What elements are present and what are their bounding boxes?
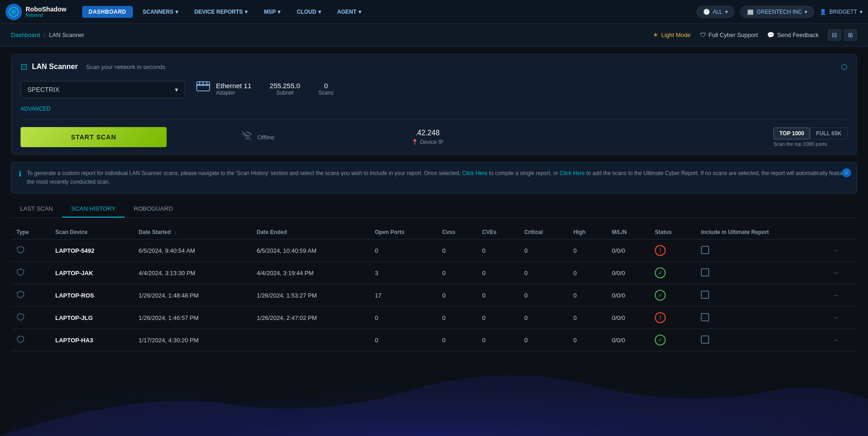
status-error-icon: ! xyxy=(655,312,666,323)
col-date-ended: Date Ended xyxy=(251,225,369,239)
cell-status: ✓ xyxy=(649,262,695,284)
nav-scanners[interactable]: SCANNERS ▾ xyxy=(137,6,184,18)
cell-include[interactable] xyxy=(695,239,826,262)
shield-icon xyxy=(16,247,25,255)
select-chevron-icon: ▾ xyxy=(175,86,178,93)
cell-critical: 0 xyxy=(519,284,568,307)
device-select[interactable]: SPECTRIX ▾ xyxy=(21,81,185,98)
chevron-down-icon: ▾ xyxy=(860,9,863,15)
port-top1000-button[interactable]: TOP 1000 xyxy=(773,128,810,139)
logo-icon xyxy=(5,4,22,20)
cell-critical: 0 xyxy=(519,307,568,329)
info-icon: ℹ xyxy=(19,170,21,178)
chevron-down-icon: ▾ xyxy=(358,9,361,15)
nav-msp[interactable]: MSP ▾ xyxy=(258,6,287,18)
include-checkbox[interactable] xyxy=(701,291,709,299)
chevron-down-icon: ▾ xyxy=(318,9,321,15)
scan-table: Type Scan Device Date Started ↓ Date End… xyxy=(11,225,857,351)
tab-scan-history[interactable]: SCAN HISTORY xyxy=(62,201,125,218)
col-date-started[interactable]: Date Started ↓ xyxy=(133,225,252,239)
include-checkbox[interactable] xyxy=(701,246,709,254)
col-include: Include in Ultimate Report xyxy=(695,225,826,239)
device-ip-value: .42.248 xyxy=(348,129,507,137)
scans-value: 0 xyxy=(318,82,333,90)
status-error-icon: ! xyxy=(655,245,666,256)
cyber-support-link[interactable]: 🛡 Full Cyber Support xyxy=(700,32,758,38)
logo-area: RoboShadow Rebrend xyxy=(5,4,79,20)
send-feedback-link[interactable]: 💬 Send Feedback xyxy=(767,32,819,38)
navbar: RoboShadow Rebrend DASHBOARD SCANNERS ▾ … xyxy=(0,0,868,24)
cell-date-started: 1/26/2024, 1:48:48 PM xyxy=(133,284,252,307)
scan-tabs: LAST SCAN SCAN HISTORY ROBOGUARD xyxy=(11,201,857,218)
network-adapter-icon xyxy=(196,81,210,96)
nav-device-reports[interactable]: DEVICE REPORTS ▾ xyxy=(188,6,254,18)
nav-cloud[interactable]: CLOUD ▾ xyxy=(290,6,327,18)
include-checkbox[interactable] xyxy=(701,335,709,344)
scanner-icon: ⊡ xyxy=(21,62,27,72)
info-link-1[interactable]: Click Here xyxy=(462,170,487,176)
cell-include[interactable] xyxy=(695,284,826,307)
toggle-compact[interactable]: ⊟ xyxy=(828,29,841,41)
nav-agent[interactable]: AGENT ▾ xyxy=(331,6,368,18)
adapter-label: Adapter xyxy=(216,90,252,96)
cell-date-started: 4/4/2024, 3:13:30 PM xyxy=(133,262,252,284)
status-ok-icon: ✓ xyxy=(655,267,666,278)
cell-arrow[interactable]: → xyxy=(826,284,857,307)
status-ok-icon: ✓ xyxy=(655,335,666,346)
history-pill[interactable]: 🕐 ALL ▾ xyxy=(696,6,735,18)
cell-date-ended: 4/4/2024, 3:19:44 PM xyxy=(251,262,369,284)
tab-roboguard[interactable]: ROBOGUARD xyxy=(125,201,182,218)
cell-device: LAPTOP-5492 xyxy=(50,239,133,262)
row-arrow-icon[interactable]: → xyxy=(832,314,839,321)
breadcrumb-home[interactable]: Dashboard xyxy=(11,32,40,38)
row-arrow-icon[interactable]: → xyxy=(832,269,839,276)
info-close-button[interactable]: ✕ xyxy=(842,168,851,177)
include-checkbox[interactable] xyxy=(701,313,709,321)
tab-last-scan[interactable]: LAST SCAN xyxy=(11,201,62,218)
cell-mln: 0/0/0 xyxy=(606,262,649,284)
cell-arrow[interactable]: → xyxy=(826,262,857,284)
port-full65k-button[interactable]: FULL 65K xyxy=(810,128,847,139)
start-scan-button[interactable]: START SCAN xyxy=(21,127,167,147)
user-menu[interactable]: 👤 BRIDGETT ▾ xyxy=(820,9,863,15)
info-banner: ℹ To generate a custom report for indivi… xyxy=(11,162,857,193)
cell-arrow[interactable]: → xyxy=(826,329,857,351)
row-arrow-icon[interactable]: → xyxy=(832,336,839,344)
view-toggle: ⊟ ⊞ xyxy=(828,29,857,41)
scanner-title-area: ⊡ LAN Scanner Scan your network in secon… xyxy=(21,62,165,72)
cell-open-ports: 0 xyxy=(369,329,437,351)
device-ip-label: 📍 Device IP xyxy=(348,139,507,145)
subnet-value: 255.255.0 xyxy=(270,82,300,90)
cell-mln: 0/0/0 xyxy=(606,284,649,307)
advanced-link[interactable]: ADVANCED xyxy=(21,106,847,112)
include-checkbox[interactable] xyxy=(701,268,709,276)
cell-include[interactable] xyxy=(695,262,826,284)
row-arrow-icon[interactable]: → xyxy=(832,246,839,254)
offline-label: Offline xyxy=(258,134,274,141)
toggle-expand[interactable]: ⊞ xyxy=(844,29,857,41)
cell-date-ended: 1/26/2024, 1:53:27 PM xyxy=(251,284,369,307)
cell-arrow[interactable]: → xyxy=(826,239,857,262)
cell-mln: 0/0/0 xyxy=(606,239,649,262)
cell-arrow[interactable]: → xyxy=(826,307,857,329)
shield-icon xyxy=(16,314,25,322)
cell-device: LAPTOP-JLG xyxy=(50,307,133,329)
company-pill[interactable]: 🏢 GREENTECH INC ▾ xyxy=(740,6,814,18)
row-arrow-icon[interactable]: → xyxy=(832,291,839,299)
col-mln: M/L/N xyxy=(606,225,649,239)
cell-include[interactable] xyxy=(695,329,826,351)
chevron-down-icon: ▾ xyxy=(175,9,178,15)
cell-critical: 0 xyxy=(519,262,568,284)
info-link-2[interactable]: Click Here xyxy=(560,170,585,176)
svg-point-1 xyxy=(11,10,16,14)
table-row: LAPTOP-ROS 1/26/2024, 1:48:48 PM 1/26/20… xyxy=(11,284,857,307)
cell-critical: 0 xyxy=(519,329,568,351)
nav-dashboard[interactable]: DASHBOARD xyxy=(82,6,133,18)
cell-include[interactable] xyxy=(695,307,826,329)
cell-open-ports: 0 xyxy=(369,307,437,329)
light-mode-toggle[interactable]: ☀ Light Mode xyxy=(653,32,690,38)
sun-icon: ☀ xyxy=(653,32,658,38)
cell-cvss: 0 xyxy=(437,239,477,262)
cell-cves: 0 xyxy=(477,262,519,284)
cell-date-started: 1/17/2024, 4:30:20 PM xyxy=(133,329,252,351)
